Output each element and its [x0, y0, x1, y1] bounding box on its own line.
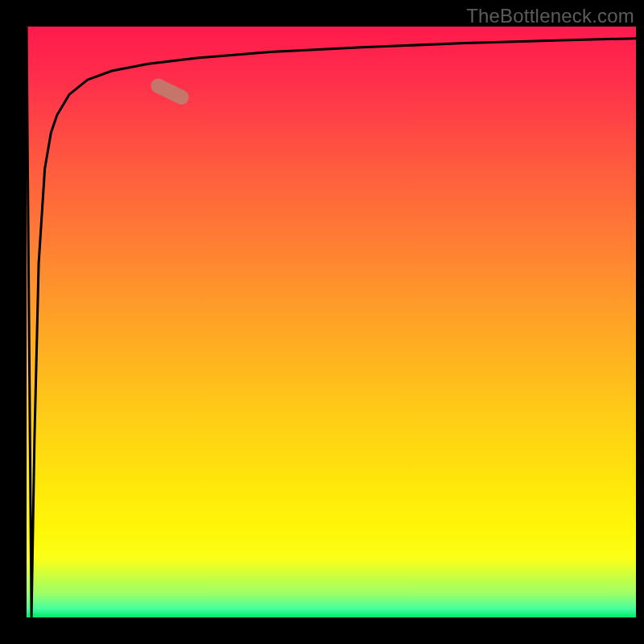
plot-area — [27, 27, 636, 617]
watermark-text: TheBottleneck.com — [466, 5, 634, 27]
chart-frame: TheBottleneck.com — [0, 0, 644, 644]
